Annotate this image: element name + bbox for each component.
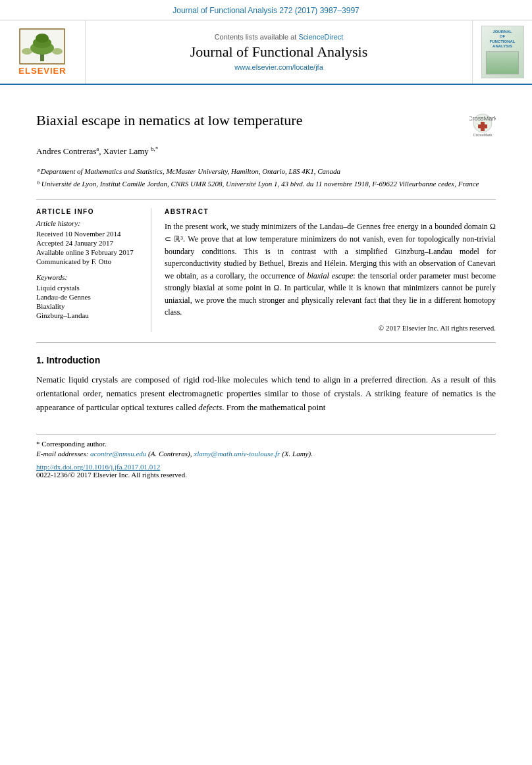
journal-cover-thumbnail: JOURNALOFFUNCTIONALANALYSIS [473, 20, 532, 84]
abstract-heading: ABSTRACT [165, 208, 496, 215]
keywords-section: Keywords: Liquid crystals Landau-de Genn… [36, 273, 142, 319]
author2-sup: b,* [151, 145, 158, 152]
abstract-text: In the present work, we study minimizers… [165, 221, 496, 319]
intro-section-title: 1. Introduction [36, 355, 496, 365]
keyword-3: Biaxiality [36, 302, 142, 310]
elsevier-logo-container: ELSEVIER [0, 20, 86, 84]
communicated-by: Communicated by F. Otto [36, 257, 142, 265]
received-date: Received 10 November 2014 [36, 230, 142, 238]
email1-author: (A. Contreras), [148, 450, 192, 458]
email2-author: (X. Lamy). [282, 450, 313, 458]
crossmark-badge[interactable]: CrossMark CrossMark [469, 111, 496, 138]
contents-available-line: Contents lists available at ScienceDirec… [215, 33, 344, 41]
abstract-column: ABSTRACT In the present work, we study m… [165, 208, 496, 332]
email-footnote: E-mail addresses: acontre@nmsu.edu (A. C… [36, 450, 496, 458]
affiliations: ᵃ Department of Mathematics and Statisti… [36, 166, 496, 189]
divider-1 [36, 199, 496, 200]
email1-link[interactable]: acontre@nmsu.edu [90, 450, 146, 458]
journal-title-container: Contents lists available at ScienceDirec… [86, 20, 473, 84]
svg-rect-11 [478, 124, 487, 128]
affiliation-b: ᵇ Université de Lyon, Institut Camille J… [36, 178, 496, 190]
email2-link[interactable]: xlamy@math.univ-toulouse.fr [194, 450, 280, 458]
journal-url: www.elsevier.com/locate/jfa [234, 63, 323, 71]
divider-2 [36, 342, 496, 343]
intro-section-number: 1. [36, 355, 44, 365]
article-info-abstract-columns: ARTICLE INFO Article history: Received 1… [36, 208, 496, 332]
journal-name: Journal of Functional Analysis [190, 43, 367, 61]
authors-line: Andres Contrerasa, Xavier Lamy b,* [36, 145, 496, 157]
article-title: Biaxial escape in nematics at low temper… [36, 111, 460, 130]
intro-paragraph-1: Nematic liquid crystals are composed of … [36, 373, 496, 414]
intro-section-name: Introduction [47, 355, 101, 365]
corresponding-author-note: * Corresponding author. [36, 440, 496, 448]
journal-cover-image: JOURNALOFFUNCTIONALANALYSIS [481, 26, 524, 78]
article-history-label: Article history: [36, 219, 142, 227]
keyword-2: Landau-de Gennes [36, 293, 142, 301]
issn-line: 0022-1236/© 2017 Elsevier Inc. All right… [36, 471, 496, 479]
footnote-area: * Corresponding author. E-mail addresses… [36, 434, 496, 479]
journal-header: ELSEVIER Contents lists available at Sci… [0, 20, 532, 85]
main-content: Biaxial escape in nematics at low temper… [0, 85, 532, 492]
elsevier-logo: ELSEVIER [18, 28, 66, 76]
journal-reference: Journal of Functional Analysis 272 (2017… [173, 6, 359, 15]
author1-sup: a [96, 145, 99, 152]
affiliation-a: ᵃ Department of Mathematics and Statisti… [36, 166, 496, 177]
keyword-1: Liquid crystals [36, 284, 142, 292]
doi-line: http://dx.doi.org/10.1016/j.jfa.2017.01.… [36, 463, 496, 471]
crossmark-icon: CrossMark CrossMark [469, 111, 496, 138]
article-info-heading: ARTICLE INFO [36, 208, 142, 215]
sciencedirect-link[interactable]: ScienceDirect [298, 33, 343, 41]
article-info-column: ARTICLE INFO Article history: Received 1… [36, 208, 151, 332]
article-title-container: Biaxial escape in nematics at low temper… [36, 111, 496, 138]
elsevier-wordmark: ELSEVIER [18, 66, 66, 76]
svg-text:CrossMark: CrossMark [473, 133, 492, 137]
svg-point-6 [22, 48, 32, 55]
doi-link[interactable]: http://dx.doi.org/10.1016/j.jfa.2017.01.… [36, 463, 160, 471]
email-label: E-mail addresses: [36, 450, 88, 458]
svg-text:CrossMark: CrossMark [469, 115, 496, 122]
svg-point-7 [52, 48, 63, 55]
journal-reference-bar: Journal of Functional Analysis 272 (2017… [0, 0, 532, 20]
keyword-4: Ginzburg–Landau [36, 311, 142, 319]
keywords-label: Keywords: [36, 273, 142, 281]
elsevier-tree-icon [19, 28, 65, 65]
available-online-date: Available online 3 February 2017 [36, 248, 142, 256]
author1-name: Andres Contreras [36, 146, 96, 156]
svg-point-4 [36, 34, 49, 43]
accepted-date: Accepted 24 January 2017 [36, 239, 142, 247]
copyright-notice: © 2017 Elsevier Inc. All rights reserved… [165, 324, 496, 332]
